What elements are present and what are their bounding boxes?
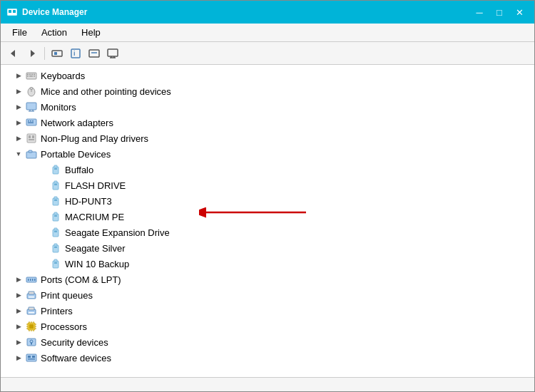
tree-item-security[interactable]: ▶ Security devices <box>1 334 534 350</box>
tree-item-keyboards[interactable]: ▶ Keyboards <box>1 68 534 83</box>
expander-keyboards[interactable]: ▶ <box>12 68 25 83</box>
svg-rect-63 <box>54 262 57 264</box>
icon-security <box>25 336 38 349</box>
label-printers: Printers <box>41 306 73 316</box>
expander-processors[interactable]: ▶ <box>12 319 25 334</box>
svg-rect-58 <box>53 245 58 252</box>
label-keyboards: Keyboards <box>41 71 85 81</box>
label-hdpunt3: HD-PUNT3 <box>65 196 112 207</box>
tree-item-seagate-sil[interactable]: ▶ Seagate Silver <box>1 240 534 256</box>
label-win10: WIN 10 Backup <box>65 259 129 269</box>
device-manager-window: Device Manager ─ □ ✕ File Action Help <box>0 0 535 392</box>
icon-win10 <box>49 257 62 270</box>
menu-bar: File Action Help <box>1 24 534 42</box>
svg-rect-57 <box>54 231 57 232</box>
svg-marker-3 <box>11 50 15 57</box>
tree-item-win10[interactable]: ▶ WIN 10 Backup <box>1 256 534 272</box>
expander-ports[interactable]: ▶ <box>12 272 25 287</box>
expander-portable[interactable]: ▼ <box>12 146 25 162</box>
menu-help[interactable]: Help <box>74 26 108 39</box>
svg-rect-61 <box>53 261 58 268</box>
svg-text:i: i <box>73 50 76 57</box>
minimize-button[interactable]: ─ <box>470 4 489 20</box>
label-buffalo: Buffalo <box>65 165 93 175</box>
svg-rect-35 <box>32 120 34 122</box>
svg-rect-45 <box>54 168 57 170</box>
svg-rect-68 <box>34 279 36 281</box>
tree-item-mice[interactable]: ▶ Mice and other pointing devices <box>1 83 534 99</box>
expander-software[interactable]: ▶ <box>12 350 25 366</box>
label-monitors: Monitors <box>41 102 76 113</box>
label-software: Software devices <box>41 353 111 363</box>
expander-network[interactable]: ▶ <box>12 115 25 130</box>
properties-button[interactable]: i <box>67 45 84 62</box>
tree-item-printers[interactable]: ▶ Printers <box>1 303 534 319</box>
tree-item-nonplug[interactable]: ▶ Non-Plug and Play drivers <box>1 130 534 146</box>
svg-rect-51 <box>54 200 57 201</box>
svg-rect-44 <box>54 165 57 167</box>
svg-rect-28 <box>26 103 36 110</box>
expander-monitors[interactable]: ▶ <box>12 99 25 115</box>
svg-rect-94 <box>32 356 35 358</box>
svg-rect-50 <box>54 197 57 199</box>
svg-rect-92 <box>26 354 36 361</box>
svg-rect-2 <box>13 10 16 13</box>
display-button[interactable] <box>104 45 121 62</box>
expander-printq[interactable]: ▶ <box>12 287 25 303</box>
svg-rect-52 <box>53 214 58 221</box>
svg-rect-19 <box>29 74 31 76</box>
svg-rect-6 <box>54 52 57 55</box>
show-hidden-button[interactable] <box>49 45 66 62</box>
tree-item-hdpunt3[interactable]: ▶ HD-PUNT3 <box>1 193 534 209</box>
svg-rect-47 <box>54 181 57 183</box>
icon-printers <box>25 304 38 317</box>
status-bar <box>1 377 534 391</box>
icon-keyboards <box>25 69 38 82</box>
tree-item-portable[interactable]: ▼ Portable Devices <box>1 146 534 162</box>
svg-rect-53 <box>54 212 57 215</box>
tree-item-monitors[interactable]: ▶ Monitors <box>1 99 534 115</box>
svg-rect-59 <box>54 244 57 246</box>
label-mice: Mice and other pointing devices <box>41 86 171 97</box>
tree-item-software[interactable]: ▶ Software devices <box>1 350 534 366</box>
tree-item-network[interactable]: ▶ Network adapters <box>1 115 534 130</box>
expander-nonplug[interactable]: ▶ <box>12 130 25 146</box>
label-network: Network adapters <box>41 118 113 128</box>
svg-rect-91 <box>31 343 32 345</box>
svg-rect-49 <box>53 198 58 205</box>
forward-button[interactable] <box>24 45 41 62</box>
app-icon <box>6 6 18 18</box>
tree-item-processors[interactable]: ▶ <box>1 319 534 334</box>
icon-software <box>25 351 38 364</box>
expander-security[interactable]: ▶ <box>12 334 25 350</box>
expander-mice[interactable]: ▶ <box>12 83 25 99</box>
tree-view[interactable]: ▶ Keyboards ▶ <box>1 65 534 377</box>
icon-nonplug <box>25 132 38 145</box>
label-seagate-exp: Seagate Expansion Drive <box>65 227 170 238</box>
menu-action[interactable]: Action <box>34 26 74 39</box>
svg-rect-43 <box>53 167 58 174</box>
tree-item-buffalo[interactable]: ▶ Buffalo <box>1 162 534 177</box>
svg-rect-71 <box>29 296 34 298</box>
maximize-button[interactable]: □ <box>490 4 509 20</box>
tree-item-macrium[interactable]: ▶ MACRIUM PE <box>1 209 534 225</box>
expander-printers[interactable]: ▶ <box>12 303 25 319</box>
label-printq: Print queues <box>41 290 93 301</box>
back-button[interactable] <box>5 45 22 62</box>
tree-item-printq[interactable]: ▶ Print queues <box>1 287 534 303</box>
icon-hdpunt3 <box>49 195 62 207</box>
close-button[interactable]: ✕ <box>510 4 529 20</box>
svg-rect-70 <box>29 292 34 294</box>
tree-item-seagate-exp[interactable]: ▶ Seagate Expansion Drive <box>1 225 534 240</box>
update-button[interactable] <box>86 45 103 62</box>
label-nonplug: Non-Plug and Play drivers <box>41 133 148 144</box>
tree-item-flashdrive[interactable]: ▶ FLASH DRIVE <box>1 177 534 193</box>
svg-rect-20 <box>31 74 33 76</box>
label-macrium: MACRIUM PE <box>65 212 124 222</box>
tree-item-ports[interactable]: ▶ Ports (COM & LPT) <box>1 272 534 287</box>
svg-rect-66 <box>30 279 31 281</box>
menu-file[interactable]: File <box>5 26 34 39</box>
svg-rect-21 <box>34 74 35 76</box>
label-flashdrive: FLASH DRIVE <box>65 180 126 191</box>
svg-marker-4 <box>31 50 35 57</box>
